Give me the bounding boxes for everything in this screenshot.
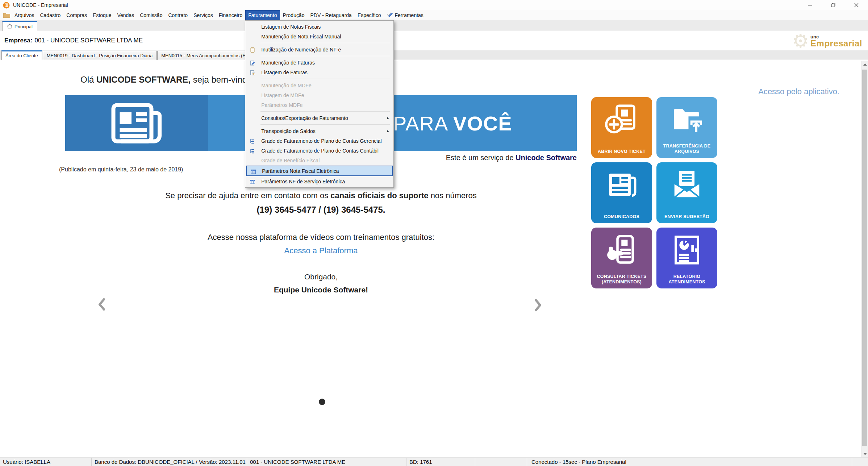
menu-bar: Arquivos Cadastro Compras Estoque Vendas… — [0, 10, 868, 20]
folder-icon — [0, 10, 12, 20]
menu-item-parametros-mdfe: Parâmetros MDFe — [245, 100, 393, 110]
menu-comissao[interactable]: Comissão — [137, 10, 165, 20]
tile-comunicados[interactable]: COMUNICADOS — [591, 162, 652, 223]
menu-pdv-retaguarda[interactable]: PDV - Retaguarda — [308, 10, 355, 20]
table-icon — [250, 178, 255, 188]
status-database: Banco de Dados: DBUNICODE_OFICIAL / Vers… — [92, 458, 247, 466]
header-row: Empresa:001 - UNICODE SOFTWARE LTDA ME ⚙… — [0, 32, 868, 50]
menu-arquivos[interactable]: Arquivos — [12, 10, 37, 20]
menu-item-inutilizacao-numeracao-nfe[interactable]: Inutilização de Numeração de NF-e — [245, 45, 393, 54]
menu-estoque[interactable]: Estoque — [90, 10, 114, 20]
menu-especifico[interactable]: Específico — [355, 10, 384, 20]
app-access-link[interactable]: Acesso pelo aplicativo. — [758, 87, 839, 96]
support-phones: (19) 3645-5477 / (19) 3645-5475. — [65, 205, 577, 215]
menu-item-parametros-nfe-selected[interactable]: Parâmetros Nota Fiscal Eletrônica — [246, 166, 393, 176]
scroll-up-icon[interactable] — [862, 61, 868, 68]
menu-item-parametros-nf-servico[interactable]: Parâmetros NF de Serviço Eletrônica — [245, 176, 393, 186]
minimize-icon — [808, 3, 812, 7]
status-connection: Conectado - 15sec - Plano Empresarial — [527, 458, 852, 466]
status-resize-grip — [852, 458, 868, 466]
menu-item-manutencao-mdfe: Manutenção de MDFe — [245, 80, 393, 90]
status-bar: Usuário: ISABELLA Banco de Dados: DBUNIC… — [0, 457, 868, 466]
platform-link[interactable]: Acesso a Plataforma — [284, 246, 358, 255]
menu-separator — [260, 43, 390, 43]
menu-cadastro[interactable]: Cadastro — [37, 10, 63, 20]
restore-icon — [831, 3, 835, 7]
document-icon — [250, 46, 255, 56]
menu-servicos[interactable]: Serviços — [191, 10, 216, 20]
menu-financeiro[interactable]: Financeiro — [216, 10, 245, 20]
title-bar: UNICODE - Empresarial — [0, 0, 868, 10]
menu-item-transposicao-saldos[interactable]: Transposição de Saldos ► — [245, 126, 393, 136]
file-transfer-icon — [670, 103, 704, 133]
status-spacer — [475, 458, 527, 466]
newspaper-icon — [605, 168, 638, 201]
menu-vendas[interactable]: Vendas — [114, 10, 137, 20]
menu-item-manutencao-nota-fiscal-manual[interactable]: Manutenção de Nota Fiscal Manual — [245, 32, 393, 41]
tile-abrir-novo-ticket[interactable]: ABRIR NOVO TICKET — [591, 97, 652, 158]
company-line: Empresa:001 - UNICODE SOFTWARE LTDA ME — [4, 37, 143, 44]
restore-button[interactable] — [822, 0, 845, 10]
faturamento-dropdown: Listagem de Notas Fiscais Manutenção de … — [245, 20, 394, 188]
videos-text: Acesse nossa plataforma de vídeos com tr… — [65, 233, 577, 242]
tab-men0019-dashboard[interactable]: MEN0019 - Dashboard - Posição Financeira… — [43, 51, 157, 60]
home-icon — [7, 24, 12, 30]
submenu-arrow-icon: ► — [386, 126, 390, 136]
submenu-arrow-icon: ► — [386, 113, 390, 123]
menu-item-grade-faturamento-gerencial[interactable]: Grade de Faturamento de Plano de Contas … — [245, 136, 393, 146]
tile-enviar-sugestao[interactable]: ENVIAR SUGESTÃO — [656, 162, 717, 223]
status-company: 001 - UNICODE SOFTWARE LTDA ME — [247, 458, 406, 466]
menu-producao[interactable]: Produção — [280, 10, 308, 20]
logo-name-text: Empresarial — [810, 39, 862, 48]
menu-compras[interactable]: Compras — [63, 10, 90, 20]
menu-ferramentas[interactable]: Ferramentas — [384, 10, 426, 20]
toolbar-row: Principal — [0, 20, 868, 31]
team-signature: Equipe Unicode Software! — [65, 286, 577, 294]
menu-item-consultas-exportacao[interactable]: Consultas/Exportação de Faturamento ► — [245, 113, 393, 123]
gear-icon: ⚙ — [792, 32, 809, 50]
app-icon — [3, 2, 10, 9]
tile-transferencia-arquivos[interactable]: TRANSFERÊNCIA DE ARQUIVOS — [656, 97, 717, 158]
minimize-button[interactable] — [798, 0, 822, 10]
menu-separator — [260, 56, 390, 56]
menu-separator — [260, 124, 390, 125]
new-ticket-icon — [605, 103, 638, 136]
tab-principal[interactable]: Principal — [2, 21, 37, 31]
vertical-scrollbar[interactable] — [861, 61, 868, 457]
menu-item-manutencao-faturas[interactable]: Manutenção de Faturas — [245, 58, 393, 67]
tab-bar: Área do Cliente MEN0019 - Dashboard - Po… — [0, 50, 868, 60]
menu-item-listagem-faturas[interactable]: Listagem de Faturas — [245, 67, 393, 77]
menu-item-grade-beneficio-fiscal: Grade de Benefício Fiscal — [245, 155, 393, 165]
brand-logo: ⚙ unc Empresarial — [792, 31, 862, 51]
support-text: Se precisar de ajuda entre em contato co… — [65, 191, 577, 200]
carousel-dot-icon[interactable] — [319, 399, 325, 405]
page-grid-icon — [250, 69, 255, 79]
scroll-down-icon[interactable] — [862, 450, 868, 457]
menu-separator — [260, 79, 390, 79]
menu-item-grade-faturamento-contabil[interactable]: Grade de Faturamento de Plano de Contas … — [245, 146, 393, 155]
status-user: Usuário: ISABELLA — [0, 458, 92, 466]
hand-phone-icon — [605, 233, 638, 267]
menu-faturamento[interactable]: Faturamento Listagem de Notas Fiscais Ma… — [245, 10, 280, 20]
tab-area-do-cliente[interactable]: Área do Cliente — [1, 50, 42, 60]
carousel-right-icon[interactable] — [533, 299, 543, 313]
carousel-left-icon[interactable] — [97, 298, 107, 312]
close-icon — [854, 3, 859, 7]
menu-contrato[interactable]: Contrato — [165, 10, 191, 20]
menu-item-listagem-notas-fiscais[interactable]: Listagem de Notas Fiscais — [245, 22, 393, 32]
scrollbar-thumb[interactable] — [862, 70, 867, 446]
thanks-text: Obrigado, — [65, 272, 577, 281]
client-area: Olá UNICODE SOFTWARE, seja bem-vindo a s… — [0, 60, 868, 457]
open-envelope-icon — [670, 168, 704, 201]
service-tiles: ABRIR NOVO TICKET TRANSFERÊNCIA DE ARQUI… — [591, 97, 717, 288]
tile-consultar-tickets[interactable]: CONSULTAR TICKETS (ATENDIMENTOS) — [591, 228, 652, 288]
company-label: Empresa: — [4, 37, 32, 44]
company-value: 001 - UNICODE SOFTWARE LTDA ME — [34, 37, 143, 44]
pencil-check-icon — [387, 10, 393, 20]
menu-separator — [260, 111, 390, 112]
close-button[interactable] — [845, 0, 868, 10]
tile-relatorio-atendimentos[interactable]: RELATÓRIO ATENDIMENTOS — [656, 228, 717, 288]
window-title: UNICODE - Empresarial — [13, 2, 68, 8]
menu-item-listagem-mdfe: Listagem de MDFe — [245, 90, 393, 100]
report-chart-icon — [670, 233, 704, 267]
